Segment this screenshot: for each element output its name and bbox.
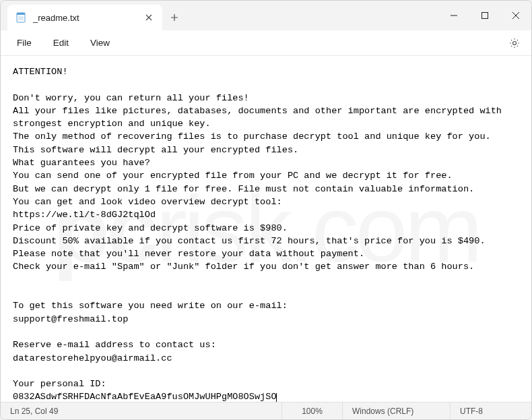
menu-file[interactable]: File (6, 35, 42, 51)
menu-edit[interactable]: Edit (42, 35, 79, 51)
close-button[interactable] (500, 1, 531, 30)
tab-active[interactable]: _readme.txt (7, 5, 162, 30)
menu-view[interactable]: View (79, 35, 121, 51)
status-eol[interactable]: Windows (CRLF) (343, 402, 451, 419)
titlebar-drag-area[interactable] (187, 1, 438, 30)
svg-rect-1 (17, 13, 25, 15)
titlebar: _readme.txt (1, 1, 531, 30)
text-editor-area[interactable]: pcrisk.comATTENTION! Don't worry, you ca… (1, 56, 531, 402)
statusbar: Ln 25, Col 49 100% Windows (CRLF) UTF-8 (1, 402, 531, 419)
status-encoding[interactable]: UTF-8 (451, 402, 531, 419)
window-controls (438, 1, 531, 30)
notepad-window: _readme.txt (0, 0, 532, 420)
tab-title: _readme.txt (33, 13, 135, 23)
text-cursor (276, 393, 277, 402)
status-zoom[interactable]: 100% (282, 402, 343, 419)
menubar: File Edit View (1, 30, 531, 56)
status-position[interactable]: Ln 25, Col 49 (1, 402, 282, 419)
maximize-button[interactable] (469, 1, 500, 30)
tab-close-button[interactable] (142, 11, 156, 24)
notepad-icon (15, 12, 26, 23)
new-tab-button[interactable] (162, 5, 187, 30)
document-text: ATTENTION! Don't worry, you can return a… (13, 67, 507, 402)
svg-rect-10 (482, 13, 488, 19)
settings-button[interactable] (503, 34, 526, 53)
minimize-button[interactable] (438, 1, 469, 30)
